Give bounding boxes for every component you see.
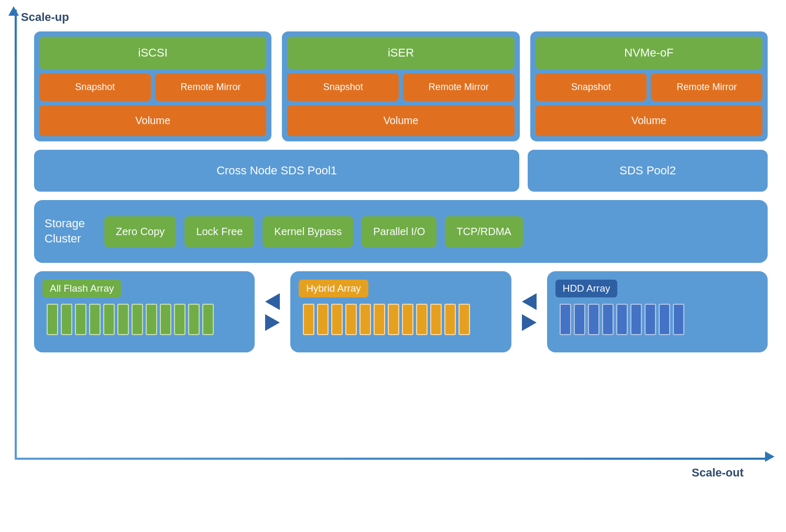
hybrid-bars xyxy=(299,304,474,335)
nvmeof-snapshot: Snapshot xyxy=(536,73,647,101)
iser-volume: Volume xyxy=(287,105,514,136)
bar xyxy=(345,304,357,335)
sds-pool2: SDS Pool2 xyxy=(528,150,768,192)
y-axis-label: Scale-up xyxy=(21,10,69,24)
arrow-flash-hybrid xyxy=(265,293,280,331)
iscsi-header: iSCSI xyxy=(39,37,266,69)
sds-pool1: Cross Node SDS Pool1 xyxy=(34,150,519,192)
bar xyxy=(458,304,470,335)
iser-stack: iSER Snapshot Remote Mirror Volume xyxy=(282,31,519,141)
hdd-bars xyxy=(555,304,689,335)
nvmeof-header: NVMe-oF xyxy=(536,37,762,69)
iscsi-remote-mirror: Remote Mirror xyxy=(155,73,267,101)
bar xyxy=(560,304,571,335)
bar xyxy=(174,304,185,335)
bar xyxy=(444,304,456,335)
storage-cluster-row: StorageCluster Zero Copy Lock Free Kerne… xyxy=(34,200,768,263)
x-axis xyxy=(15,458,769,460)
all-flash-label: All Flash Array xyxy=(42,280,121,297)
nvmeof-volume: Volume xyxy=(536,105,762,136)
hdd-label: HDD Array xyxy=(555,280,618,297)
arrow-hybrid-hdd xyxy=(522,293,537,331)
arrow-right-icon xyxy=(265,314,280,331)
y-axis xyxy=(15,9,17,460)
main-area: iSCSI Snapshot Remote Mirror Volume iSER… xyxy=(34,31,768,450)
bar xyxy=(645,304,656,335)
nvmeof-middle-row: Snapshot Remote Mirror xyxy=(536,73,762,101)
hybrid-label: Hybrid Array xyxy=(299,280,368,297)
bar xyxy=(132,304,143,335)
nvmeof-stack: NVMe-oF Snapshot Remote Mirror Volume xyxy=(530,31,768,141)
bar xyxy=(331,304,343,335)
bar xyxy=(673,304,684,335)
bar xyxy=(317,304,329,335)
x-axis-arrow xyxy=(765,451,774,462)
iscsi-snapshot: Snapshot xyxy=(39,73,151,101)
cluster-features: Zero Copy Lock Free Kernel Bypass Parall… xyxy=(104,216,757,247)
nvmeof-remote-mirror: Remote Mirror xyxy=(651,73,762,101)
bar xyxy=(103,304,115,335)
arrow-left-icon xyxy=(522,293,537,310)
bar xyxy=(303,304,314,335)
bar xyxy=(160,304,171,335)
iser-snapshot: Snapshot xyxy=(287,73,399,101)
arrays-row: All Flash Array xyxy=(34,271,768,352)
arrow-right-icon xyxy=(522,314,537,331)
bar xyxy=(146,304,157,335)
iser-middle-row: Snapshot Remote Mirror xyxy=(287,73,514,101)
x-axis-label: Scale-out xyxy=(692,466,744,480)
bar xyxy=(574,304,585,335)
bar xyxy=(359,304,371,335)
hdd-array-box: HDD Array xyxy=(547,271,768,352)
sds-row: Cross Node SDS Pool1 SDS Pool2 xyxy=(34,150,768,192)
diagram-container: Scale-up Scale-out iSCSI Snapshot Remote… xyxy=(0,0,786,532)
iscsi-volume: Volume xyxy=(39,105,266,136)
hybrid-array-box: Hybrid Array xyxy=(290,271,511,352)
bar xyxy=(47,304,58,335)
bar xyxy=(602,304,614,335)
iscsi-stack: iSCSI Snapshot Remote Mirror Volume xyxy=(34,31,271,141)
all-flash-array-box: All Flash Array xyxy=(34,271,255,352)
iser-remote-mirror: Remote Mirror xyxy=(403,73,515,101)
bar xyxy=(416,304,428,335)
feature-parallel-io: Parallel I/O xyxy=(362,216,436,247)
feature-lock-free: Lock Free xyxy=(184,216,254,247)
protocol-stacks-row: iSCSI Snapshot Remote Mirror Volume iSER… xyxy=(34,31,768,141)
bar xyxy=(374,304,385,335)
arrow-left-icon xyxy=(265,293,280,310)
bar xyxy=(89,304,101,335)
bar xyxy=(188,304,200,335)
feature-kernel-bypass: Kernel Bypass xyxy=(263,216,353,247)
y-axis-arrow xyxy=(8,6,19,16)
iser-header: iSER xyxy=(287,37,514,69)
feature-zero-copy: Zero Copy xyxy=(104,216,176,247)
feature-tcp-rdma: TCP/RDMA xyxy=(445,216,522,247)
bar xyxy=(61,304,72,335)
bar xyxy=(630,304,642,335)
all-flash-bars xyxy=(42,304,218,335)
bar xyxy=(430,304,442,335)
bar xyxy=(402,304,413,335)
bar xyxy=(659,304,670,335)
bar xyxy=(588,304,599,335)
bar xyxy=(202,304,214,335)
bar xyxy=(616,304,628,335)
bar xyxy=(75,304,86,335)
bar xyxy=(388,304,399,335)
storage-cluster-label: StorageCluster xyxy=(45,216,92,246)
iscsi-middle-row: Snapshot Remote Mirror xyxy=(39,73,266,101)
bar xyxy=(117,304,129,335)
